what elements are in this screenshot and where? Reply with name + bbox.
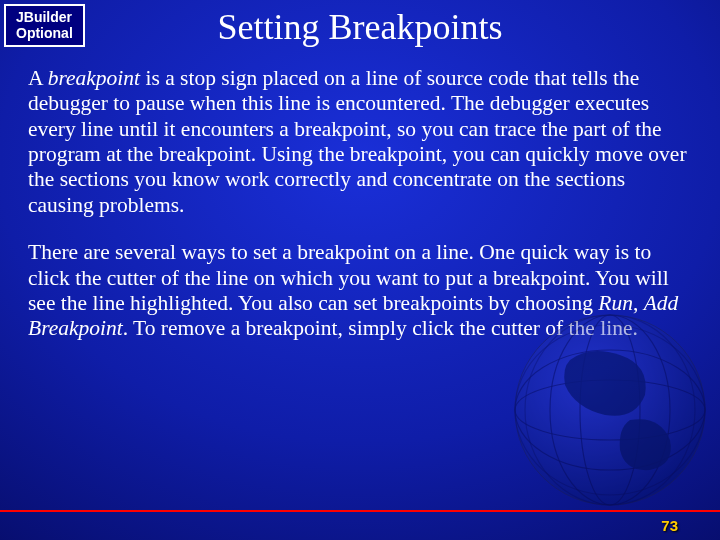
term-breakpoint: breakpoint [48, 66, 140, 90]
badge-line-1: JBuilder [16, 9, 73, 25]
footer-divider [0, 510, 720, 512]
para2-comma: , [633, 291, 644, 315]
slide-title: Setting Breakpoints [40, 0, 680, 48]
svg-point-0 [515, 315, 705, 505]
svg-point-5 [550, 315, 670, 505]
slide-body: A breakpoint is a stop sign placed on a … [0, 48, 720, 342]
page-number: 73 [661, 517, 678, 534]
svg-point-3 [515, 325, 705, 495]
svg-point-4 [580, 315, 640, 505]
para2-part1: There are several ways to set a breakpoi… [28, 240, 669, 315]
svg-point-1 [515, 380, 705, 440]
menu-run: Run [598, 291, 633, 315]
jbuilder-badge: JBuilder Optional [4, 4, 85, 47]
paragraph-1: A breakpoint is a stop sign placed on a … [28, 66, 692, 218]
paragraph-2: There are several ways to set a breakpoi… [28, 240, 692, 341]
para2-part2: . To remove a breakpoint, simply click t… [123, 316, 638, 340]
badge-line-2: Optional [16, 25, 73, 41]
svg-point-6 [525, 315, 695, 505]
para1-lead: A [28, 66, 48, 90]
svg-point-2 [515, 350, 705, 470]
